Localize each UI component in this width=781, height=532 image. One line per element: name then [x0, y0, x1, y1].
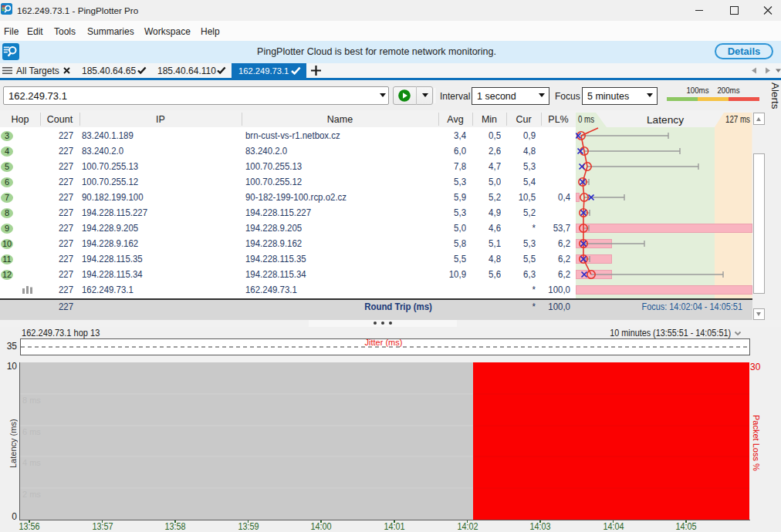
svg-text:4 ms: 4 ms	[22, 458, 41, 467]
svg-text:2 ms: 2 ms	[22, 490, 41, 499]
svg-text:6 ms: 6 ms	[22, 427, 41, 436]
svg-text:0 ms: 0 ms	[578, 114, 594, 125]
svg-text:127 ms: 127 ms	[725, 114, 750, 125]
svg-text:8 ms: 8 ms	[22, 396, 41, 405]
svg-text:Latency: Latency	[647, 114, 685, 126]
